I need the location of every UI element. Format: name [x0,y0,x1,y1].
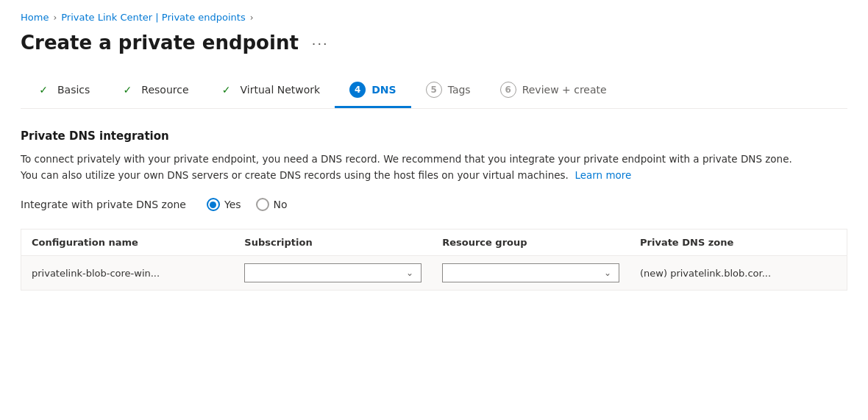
table-row: privatelink-blob-core-win... ⌄ ⌄ (ne [21,256,847,291]
step-6-label: Review + create [522,84,607,96]
step-2-circle: ✓ [119,82,135,98]
col-resource-group: Resource group [432,229,630,256]
step-1-circle: ✓ [35,82,51,98]
step-4-label: DNS [371,84,396,96]
resource-group-dropdown-arrow: ⌄ [604,268,611,278]
step-review-create[interactable]: 6 Review + create [485,74,622,108]
col-subscription: Subscription [234,229,432,256]
page-title: Create a private endpoint [21,32,299,54]
page-container: Home › Private Link Center | Private end… [0,0,868,302]
radio-group: Yes No [207,198,288,211]
step-2-label: Resource [141,84,188,96]
description: To connect privately with your private e… [21,152,793,183]
breadcrumb-sep-1: › [53,13,57,23]
step-1-label: Basics [57,84,90,96]
page-title-row: Create a private endpoint ··· [21,32,847,54]
step-dns[interactable]: 4 DNS [335,74,410,108]
col-config-name: Configuration name [21,229,235,256]
table-header-row: Configuration name Subscription Resource… [21,229,847,256]
breadcrumb-private-link[interactable]: Private Link Center | Private endpoints [61,12,245,23]
step-4-circle: 4 [349,82,366,98]
subscription-dropdown-arrow: ⌄ [406,268,413,278]
step-tags[interactable]: 5 Tags [411,74,485,108]
dns-table: Configuration name Subscription Resource… [21,229,847,291]
resource-group-dropdown[interactable]: ⌄ [442,263,619,282]
step-5-label: Tags [448,84,471,96]
integrate-label: Integrate with private DNS zone [21,199,186,210]
radio-no[interactable]: No [256,198,288,211]
subscription-dropdown[interactable]: ⌄ [244,263,421,282]
learn-more-link[interactable]: Learn more [574,169,631,181]
step-5-circle: 5 [426,82,442,98]
radio-yes-label: Yes [224,199,241,210]
radio-yes[interactable]: Yes [207,198,241,211]
section-title: Private DNS integration [21,129,847,143]
cell-resource-group[interactable]: ⌄ [432,256,630,291]
wizard-steps: ✓ Basics ✓ Resource ✓ Virtual Network 4 … [21,74,847,109]
step-6-circle: 6 [500,82,516,98]
radio-yes-outer [207,198,220,211]
col-dns-zone: Private DNS zone [630,229,847,256]
radio-yes-inner [210,202,216,208]
radio-no-label: No [274,199,288,210]
step-3-circle: ✓ [218,82,235,98]
step-basics[interactable]: ✓ Basics [21,74,104,108]
cell-subscription[interactable]: ⌄ [234,256,432,291]
breadcrumb-sep-2: › [250,13,254,23]
breadcrumb: Home › Private Link Center | Private end… [21,12,847,23]
cell-dns-zone: (new) privatelink.blob.cor... [630,256,847,291]
radio-no-outer [256,198,269,211]
cell-config-name: privatelink-blob-core-win... [21,256,235,291]
step-resource[interactable]: ✓ Resource [104,74,203,108]
dns-section: Private DNS integration To connect priva… [21,129,847,291]
integrate-row: Integrate with private DNS zone Yes No [21,198,847,211]
ellipsis-button[interactable]: ··· [307,33,333,53]
breadcrumb-home[interactable]: Home [21,12,49,23]
step-virtual-network[interactable]: ✓ Virtual Network [204,74,335,108]
step-3-label: Virtual Network [241,84,321,96]
